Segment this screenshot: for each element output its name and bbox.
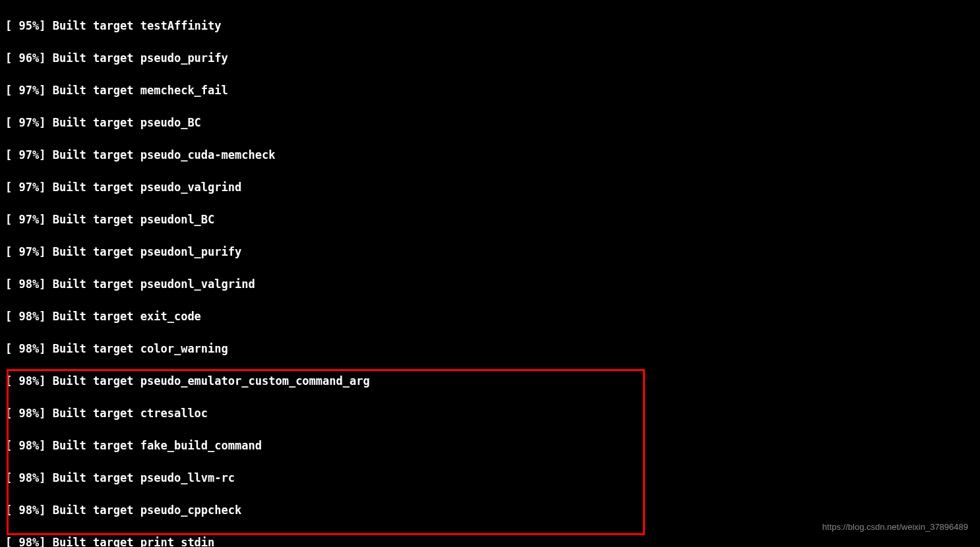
build-line: [ 98%] Built target pseudo_llvm-rc — [5, 470, 975, 486]
build-line: [ 96%] Built target pseudo_purify — [5, 50, 975, 67]
terminal-output: [ 95%] Built target testAffinity [ 96%] … — [5, 1, 975, 547]
build-line: [ 98%] Built target pseudo_emulator_cust… — [5, 373, 975, 389]
build-line: [ 95%] Built target testAffinity — [5, 18, 975, 34]
build-line: [ 98%] Built target ctresalloc — [5, 405, 975, 422]
build-line: [ 98%] Built target color_warning — [5, 341, 975, 357]
build-line: [ 97%] Built target pseudo_valgrind — [5, 179, 975, 196]
build-line: [ 97%] Built target pseudo_BC — [5, 115, 975, 131]
build-line: [ 98%] Built target pseudo_cppcheck — [5, 502, 975, 519]
build-line: [ 98%] Built target print_stdin — [5, 534, 975, 548]
build-line: [ 97%] Built target pseudonl_purify — [5, 244, 975, 260]
build-line: [ 98%] Built target pseudonl_valgrind — [5, 276, 975, 293]
build-line: [ 97%] Built target pseudonl_BC — [5, 212, 975, 228]
build-line: [ 98%] Built target exit_code — [5, 308, 975, 325]
build-line: [ 97%] Built target pseudo_cuda-memcheck — [5, 147, 975, 163]
watermark-text: https://blog.csdn.net/weixin_37896489 — [822, 519, 968, 536]
build-line: [ 98%] Built target fake_build_command — [5, 438, 975, 454]
build-line: [ 97%] Built target memcheck_fail — [5, 82, 975, 99]
